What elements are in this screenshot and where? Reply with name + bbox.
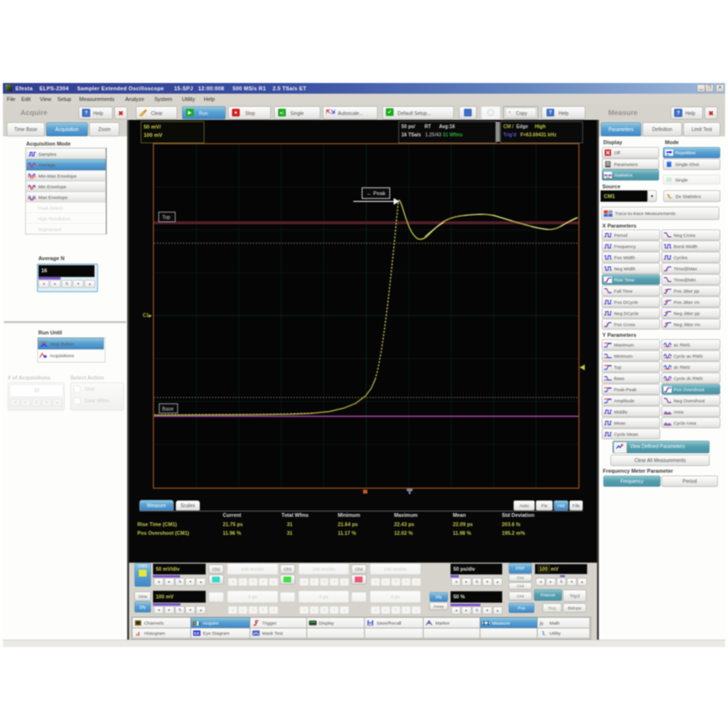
- svg-text:← Peak: ← Peak: [366, 190, 386, 196]
- svg-text:XX: XX: [194, 631, 199, 636]
- svg-text:Top: Top: [162, 214, 170, 220]
- svg-text:Base: Base: [162, 406, 174, 412]
- svg-text:fx: fx: [540, 620, 544, 626]
